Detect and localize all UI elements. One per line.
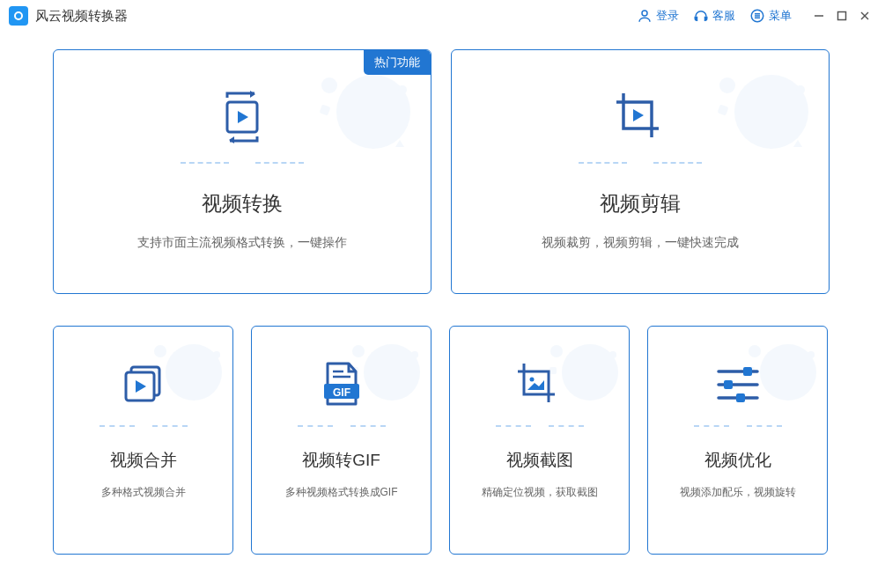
svg-rect-42 [743, 367, 752, 376]
menu-icon [749, 8, 765, 24]
gif-icon: GIF [319, 353, 365, 416]
svg-text:GIF: GIF [333, 386, 350, 399]
card-desc: 支持市面主流视频格式转换，一键操作 [137, 235, 347, 251]
card-title: 视频截图 [506, 449, 573, 472]
svg-rect-6 [838, 12, 846, 20]
svg-rect-12 [320, 105, 331, 116]
svg-point-10 [321, 77, 337, 93]
svg-point-14 [734, 75, 808, 149]
card-title: 视频合并 [110, 449, 177, 472]
menu-label: 菜单 [769, 8, 792, 24]
headset-icon [693, 8, 709, 24]
svg-point-36 [530, 377, 535, 381]
crop-icon [613, 81, 667, 153]
svg-rect-17 [718, 105, 729, 116]
svg-point-15 [719, 77, 735, 93]
svg-point-18 [166, 344, 222, 401]
svg-point-20 [213, 351, 220, 358]
svg-point-24 [364, 344, 420, 401]
user-icon [637, 8, 653, 24]
login-button[interactable]: 登录 [630, 4, 686, 27]
card-title: 视频剪辑 [600, 190, 681, 217]
svg-point-26 [411, 351, 418, 358]
card-video-convert[interactable]: 热门功能 视频转换 支持市面主流视频格式转换，一键操作 [53, 49, 431, 294]
card-desc: 视频裁剪，视频剪辑，一键快速完成 [542, 235, 739, 251]
svg-point-34 [609, 351, 616, 358]
svg-point-11 [398, 85, 407, 94]
close-button[interactable] [853, 4, 876, 27]
svg-rect-44 [724, 380, 733, 389]
decorative-shapes [307, 63, 413, 169]
screenshot-icon [515, 353, 564, 416]
svg-point-37 [760, 344, 816, 401]
card-desc: 精确定位视频，获取截图 [482, 485, 598, 500]
card-title: 视频优化 [704, 449, 771, 472]
card-title: 视频转换 [202, 190, 283, 217]
card-desc: 视频添加配乐，视频旋转 [680, 485, 796, 500]
content-area: 热门功能 视频转换 支持市面主流视频格式转换，一键操作 [0, 32, 885, 572]
menu-button[interactable]: 菜单 [742, 4, 799, 27]
card-desc: 多种视频格式转换成GIF [285, 485, 398, 500]
svg-point-0 [642, 11, 647, 16]
titlebar-right: 登录 客服 菜单 [630, 4, 876, 27]
card-video-optimize[interactable]: 视频优化 视频添加配乐，视频旋转 [647, 326, 828, 555]
service-button[interactable]: 客服 [686, 4, 742, 27]
maximize-button[interactable] [830, 4, 853, 27]
svg-point-16 [796, 85, 805, 94]
titlebar-left: 风云视频转换器 [9, 6, 128, 26]
card-video-screenshot[interactable]: 视频截图 精确定位视频，获取截图 [449, 326, 630, 555]
card-title: 视频转GIF [302, 449, 380, 472]
card-desc: 多种格式视频合并 [101, 485, 186, 500]
minimize-button[interactable] [808, 4, 830, 27]
decorative-shapes [705, 63, 811, 169]
hot-badge: 热门功能 [364, 50, 431, 75]
titlebar: 风云视频转换器 登录 客服 [0, 0, 885, 32]
app-title: 风云视频转换器 [35, 8, 128, 25]
service-label: 客服 [712, 8, 735, 24]
card-video-edit[interactable]: 视频剪辑 视频裁剪，视频剪辑，一键快速完成 [451, 49, 830, 294]
svg-point-9 [336, 75, 410, 149]
svg-point-32 [562, 344, 618, 401]
app-logo-icon [9, 6, 28, 26]
sliders-icon [715, 353, 761, 416]
login-label: 登录 [656, 8, 679, 24]
card-video-gif[interactable]: GIF 视频转GIF 多种视频格式转换成GIF [251, 326, 431, 555]
svg-point-39 [808, 351, 815, 358]
svg-rect-46 [736, 393, 745, 402]
convert-icon [215, 81, 269, 153]
merge-icon [121, 353, 166, 416]
card-video-merge[interactable]: 视频合并 多种格式视频合并 [53, 326, 233, 555]
